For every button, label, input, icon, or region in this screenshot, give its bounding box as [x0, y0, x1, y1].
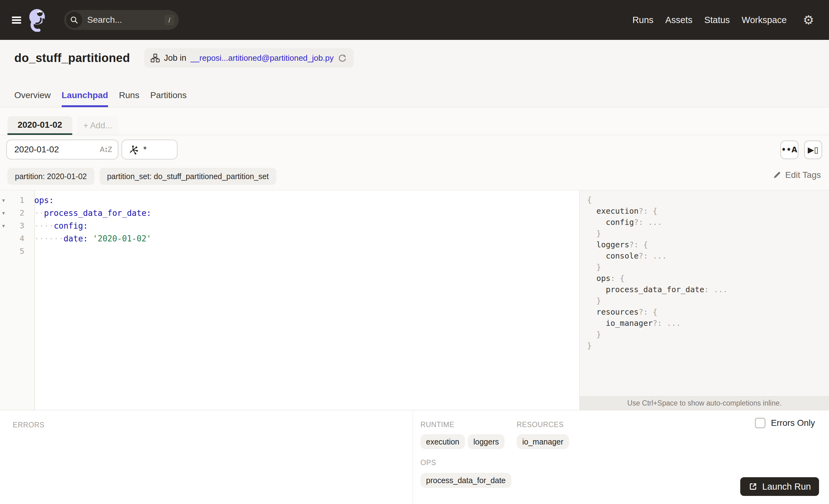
- launch-run-label: Launch Run: [762, 481, 811, 492]
- tags-row: partition: 2020-01-02 partition_set: do_…: [0, 165, 829, 190]
- errors-section-label: ERRORS: [13, 421, 44, 429]
- editor-line: ▾ 2 ··process_data_for_date:: [0, 207, 579, 219]
- settings-gear-icon[interactable]: ⚙: [803, 14, 814, 26]
- menu-icon[interactable]: [12, 16, 21, 24]
- config-editor-region: ▾ 1 ops: ▾ 2 ··process_data_for_date: ▾ …: [0, 190, 829, 410]
- job-origin-pill: Job in __reposi...artitioned@partitioned…: [144, 48, 354, 68]
- autocomplete-hint: Use Ctrl+Space to show auto-completions …: [580, 396, 829, 410]
- tab-overview[interactable]: Overview: [14, 90, 51, 107]
- search-shortcut-key: /: [165, 15, 174, 25]
- scope-chip-loggers[interactable]: loggers: [468, 434, 505, 449]
- config-schema-panel: { execution?: { config?: ... } loggers?:…: [579, 190, 829, 410]
- fold-arrow-icon[interactable]: ▾: [0, 223, 9, 229]
- partition-selector[interactable]: A▴▾Z: [6, 140, 118, 159]
- errors-only-label: Errors Only: [771, 418, 815, 428]
- partition-config-tab[interactable]: 2020-01-02: [7, 116, 72, 135]
- add-config-tab[interactable]: + Add...: [77, 116, 118, 135]
- pencil-icon: [772, 171, 781, 179]
- fold-arrow-icon[interactable]: ▾: [0, 210, 9, 216]
- search-input[interactable]: [87, 15, 146, 25]
- editor-line: ▾ 1 ops:: [0, 194, 579, 207]
- config-schema-tree: { execution?: { config?: ... } loggers?:…: [587, 194, 728, 351]
- toggle-autocomplete-button[interactable]: ••A: [781, 141, 798, 159]
- top-navigation-bar: / Runs Assets Status Workspace ⚙: [0, 0, 829, 40]
- fold-arrow-icon[interactable]: ▾: [0, 197, 9, 204]
- line-number: 2: [9, 208, 29, 217]
- yaml-config-editor[interactable]: ▾ 1 ops: ▾ 2 ··process_data_for_date: ▾ …: [0, 194, 579, 258]
- tab-launchpad[interactable]: Launchpad: [62, 90, 108, 107]
- tab-runs[interactable]: Runs: [119, 90, 139, 107]
- scope-chip-execution[interactable]: execution: [421, 434, 465, 449]
- op-selector[interactable]: *: [121, 140, 178, 159]
- edit-tags-label: Edit Tags: [785, 170, 821, 180]
- scaffold-config-button[interactable]: ▶▯: [804, 141, 822, 159]
- nav-assets[interactable]: Assets: [665, 15, 692, 25]
- job-tabs: Overview Launchpad Runs Partitions: [14, 90, 186, 107]
- search-box[interactable]: /: [64, 10, 179, 30]
- op-selector-query: *: [143, 145, 147, 154]
- editor-line: 5: [0, 245, 579, 258]
- errors-only-control: Errors Only: [755, 418, 815, 428]
- sort-az-icon: A▴▾Z: [100, 145, 112, 154]
- line-number: 1: [9, 195, 29, 205]
- runtime-section-label: RUNTIME: [421, 421, 454, 429]
- job-origin-link[interactable]: __reposi...artitioned@partitioned_job.py: [190, 53, 333, 63]
- tab-partitions[interactable]: Partitions: [150, 90, 186, 107]
- resources-section-label: RESOURCES: [517, 421, 564, 429]
- reload-icon[interactable]: [337, 53, 348, 63]
- editor-line: 4 ······date: '2020-01-02': [0, 232, 579, 245]
- line-number: 5: [9, 247, 29, 256]
- dagster-launchpad-page: / Runs Assets Status Workspace ⚙ do_stuf…: [0, 0, 829, 504]
- nav-status[interactable]: Status: [704, 15, 730, 25]
- launchpad-controls: A▴▾Z * ••A ▶▯: [0, 135, 829, 165]
- top-nav-links: Runs Assets Status Workspace ⚙: [633, 14, 814, 26]
- tag-partition-set: partition_set: do_stuff_partitioned_part…: [100, 168, 276, 185]
- dagster-logo-icon[interactable]: [29, 8, 46, 32]
- line-number: 3: [9, 221, 29, 230]
- editor-line: ▾ 3 ····config:: [0, 219, 579, 232]
- bottom-panel: ERRORS: [0, 410, 829, 504]
- launchpad-tab-strip: 2020-01-02 + Add...: [0, 107, 829, 135]
- errors-only-checkbox[interactable]: [755, 418, 765, 428]
- launch-external-icon: [748, 482, 758, 491]
- tag-partition: partition: 2020-01-02: [7, 168, 94, 185]
- job-graph-icon: [150, 53, 160, 63]
- errors-pane: ERRORS: [0, 410, 413, 504]
- search-icon: [66, 12, 82, 28]
- ops-section-label: OPS: [421, 459, 436, 467]
- scope-chip-io-manager[interactable]: io_manager: [517, 434, 569, 449]
- nav-runs[interactable]: Runs: [633, 15, 654, 25]
- edit-tags-button[interactable]: Edit Tags: [772, 170, 821, 180]
- job-origin-prefix: Job in: [164, 53, 186, 63]
- scope-chip-process-data-for-date[interactable]: process_data_for_date: [421, 473, 511, 488]
- partition-selector-input[interactable]: [14, 145, 89, 154]
- line-number: 4: [9, 234, 29, 243]
- job-header: do_stuff_partitioned Job in __reposi...a…: [0, 40, 829, 107]
- nav-workspace[interactable]: Workspace: [742, 15, 787, 25]
- page-title: do_stuff_partitioned: [14, 51, 130, 65]
- launch-run-button[interactable]: Launch Run: [740, 477, 819, 496]
- op-graph-icon: [128, 144, 139, 155]
